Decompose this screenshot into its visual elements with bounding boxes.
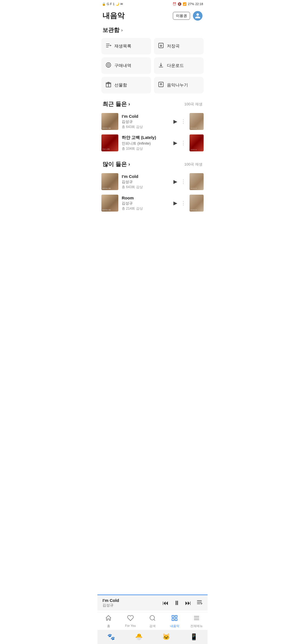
svg-point-7	[107, 64, 109, 66]
nav-item-search[interactable]: 검색	[141, 615, 164, 628]
storage-item-gift[interactable]: 선물함	[101, 77, 151, 93]
song-title: Room	[122, 195, 170, 200]
recent-song-1-thumb: INSIDE ME	[101, 113, 118, 130]
more-button[interactable]: ⋮	[181, 200, 186, 206]
storage-item-playlist[interactable]: 재생목록	[101, 38, 151, 55]
recent-song-1: INSIDE ME I'm Cold 김성규 총 643회 감상 ▶ ⋮ INS…	[97, 111, 208, 132]
storage-grid: 재생목록 저장곡 구매내역	[101, 38, 204, 93]
sys-recents-button[interactable]: 📱	[190, 633, 198, 641]
playlist-label: 재생목록	[114, 43, 131, 49]
nav-item-menu[interactable]: 전체메뉴	[186, 615, 208, 628]
status-right: ⏰ 🔇 📶 27% 22:18	[173, 2, 203, 6]
mymusic-icon	[171, 615, 178, 623]
recent-count: 100곡 재생	[184, 102, 202, 107]
alarm-icon: ⏰	[173, 2, 177, 6]
recent-title[interactable]: 최근 들은 ›	[103, 100, 130, 108]
play-button[interactable]: ▶	[173, 179, 177, 185]
song-count: 총 643회 감상	[122, 125, 170, 129]
recent-song-2-actions: ▶ ⋮	[173, 140, 186, 146]
profile-avatar[interactable]	[193, 11, 202, 21]
playlist-icon	[105, 42, 112, 50]
status-bar: 🔒 G F 1 🌙 ✉ ⏰ 🔇 📶 27% 22:18	[97, 0, 208, 8]
person-icon	[195, 13, 201, 19]
sys-back-button[interactable]: 🐣	[135, 633, 143, 641]
more-button[interactable]: ⋮	[181, 140, 186, 146]
most-song-1-thumb-right: INSIDE M	[189, 173, 204, 190]
share-icon	[158, 81, 164, 89]
song-title: I'm Cold	[122, 114, 170, 119]
most-heading: 많이 들은 › 100곡 재생	[97, 158, 208, 171]
most-song-2: INSIDE ME Room 김성규 총 214회 감상 ▶ ⋮ INSIDE …	[97, 192, 208, 214]
nav-item-mymusic[interactable]: 내음악	[164, 615, 186, 628]
sys-bottom-bar: 🐾 🐣 🐱 📱	[97, 630, 208, 644]
now-playing-title: I'm Cold	[103, 598, 162, 603]
most-song-2-thumb: INSIDE ME	[101, 195, 118, 212]
most-title[interactable]: 많이 들은 ›	[103, 160, 130, 168]
usage-button[interactable]: 이용권	[173, 12, 190, 20]
most-song-2-info: Room 김성규 총 214회 감상	[122, 195, 170, 211]
most-song-1: INSIDE ME I'm Cold 김성규 총 643회 감상 ▶ ⋮ INS…	[97, 171, 208, 192]
bottom-nav: 홈 For You 검색 내음악 전체메뉴	[97, 612, 208, 630]
song-artist: 김성규	[122, 201, 170, 206]
recent-song-1-thumb-right: INSIDE M	[189, 113, 204, 130]
sys-home-button[interactable]: 🐱	[162, 633, 170, 641]
play-button[interactable]: ▶	[173, 118, 177, 125]
song-title: I'm Cold	[122, 174, 170, 179]
storage-item-purchase[interactable]: 구매내역	[101, 57, 151, 74]
storage-section: 보관함 › 재생목록 저장곡	[97, 24, 208, 98]
mute-icon: 🔇	[178, 2, 182, 6]
song-artist: 인피니트 (Infinite)	[122, 141, 170, 146]
saved-label: 저장곡	[167, 43, 180, 49]
more-button[interactable]: ⋮	[181, 179, 186, 185]
most-song-1-thumb: INSIDE ME	[101, 173, 118, 190]
nav-label-foryou: For You	[125, 624, 136, 627]
menu-icon	[193, 615, 200, 623]
now-playing-artist: 김성규	[103, 603, 162, 608]
pause-button[interactable]: ⏸	[174, 599, 180, 607]
nav-label-mymusic: 내음악	[170, 624, 179, 628]
status-left: 🔒 G F 1 🌙 ✉	[102, 2, 123, 6]
next-button[interactable]: ⏭	[185, 599, 191, 607]
prev-button[interactable]: ⏮	[162, 599, 169, 607]
foryou-icon	[127, 615, 134, 623]
more-button[interactable]: ⋮	[181, 118, 186, 125]
storage-heading[interactable]: 보관함 ›	[101, 24, 204, 38]
song-artist: 김성규	[122, 119, 170, 124]
share-label: 음악나누기	[167, 82, 188, 88]
download-label: 다운로드	[167, 63, 184, 68]
song-count: 총 104회 감상	[122, 146, 170, 151]
home-icon	[105, 615, 112, 623]
sys-paw-button[interactable]: 🐾	[107, 633, 115, 641]
page-header: 내음악 이용권	[97, 8, 208, 24]
song-title: 하얀 고백 (Lately)	[122, 135, 170, 140]
queue-button[interactable]	[196, 599, 202, 607]
nav-label-home: 홈	[107, 624, 110, 628]
play-button[interactable]: ▶	[173, 140, 177, 146]
nav-label-search: 검색	[149, 624, 156, 628]
recent-song-2-info: 하얀 고백 (Lately) 인피니트 (Infinite) 총 104회 감상	[122, 135, 170, 151]
storage-arrow: ›	[121, 28, 123, 33]
search-icon	[149, 615, 156, 623]
storage-title: 보관함	[103, 26, 119, 34]
now-playing-controls: ⏮ ⏸ ⏭	[162, 599, 202, 607]
play-button[interactable]: ▶	[173, 200, 177, 206]
purchase-label: 구매내역	[114, 63, 131, 68]
most-arrow: ›	[128, 161, 130, 167]
nav-label-menu: 전체메뉴	[190, 624, 203, 628]
most-count: 100곡 재생	[184, 162, 202, 167]
storage-item-share[interactable]: 음악나누기	[154, 77, 204, 93]
nav-item-foryou[interactable]: For You	[119, 615, 141, 628]
saved-icon	[158, 42, 164, 50]
recent-arrow: ›	[128, 101, 130, 107]
most-section: 많이 들은 › 100곡 재생 INSIDE ME I'm Cold 김성규 총…	[97, 158, 208, 214]
now-playing-info: I'm Cold 김성규	[103, 598, 162, 608]
recent-song-2: 하얀 고백 하얀 고백 (Lately) 인피니트 (Infinite) 총 1…	[97, 132, 208, 154]
svg-line-18	[154, 619, 155, 621]
storage-item-saved[interactable]: 저장곡	[154, 38, 204, 55]
gift-label: 선물함	[114, 82, 127, 88]
header-actions: 이용권	[173, 11, 202, 21]
storage-item-download[interactable]: 다운로드	[154, 57, 204, 74]
page-title: 내음악	[103, 11, 125, 21]
nav-item-home[interactable]: 홈	[97, 615, 119, 628]
most-song-2-thumb-right: INSIDE M	[189, 195, 204, 212]
